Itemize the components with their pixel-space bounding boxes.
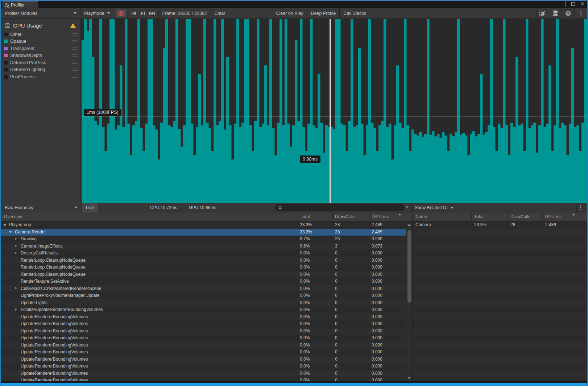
save-profile-button[interactable] (549, 8, 562, 19)
scroll-up-icon[interactable] (408, 224, 411, 226)
collapse-arrow-icon[interactable] (15, 308, 17, 311)
table-row[interactable]: RenderLoop.CleanupNodeQueue0.0%00.000 (1, 264, 406, 271)
search-clear-icon[interactable]: × (406, 204, 409, 209)
drag-handle-icon[interactable] (72, 76, 78, 78)
load-profile-button[interactable] (537, 8, 549, 19)
row-name: Camera (415, 221, 431, 229)
row-drawcalls: 0 (335, 285, 338, 292)
column-gpu-ms[interactable]: GPU ms (372, 214, 389, 219)
row-drawcalls: 0 (335, 349, 338, 356)
playmode-dropdown[interactable]: Playmode (80, 8, 114, 19)
gpu-usage-module-panel: GPU GPU Usage OtherOpaqueTransparentShad… (1, 19, 81, 203)
scrollbar-thumb[interactable] (407, 230, 411, 303)
drag-handle-icon[interactable] (72, 62, 78, 64)
collapse-arrow-icon[interactable] (15, 252, 17, 254)
collapse-arrow-icon[interactable] (15, 244, 17, 247)
expand-arrow-icon[interactable] (3, 224, 6, 226)
collapse-arrow-icon[interactable] (15, 287, 17, 290)
table-row[interactable]: LightProbeProxyVolumeManager.Update0.0%0… (1, 292, 406, 299)
table-row[interactable]: Camera.ImageEffects0.6%30.073 (1, 243, 406, 250)
table-row[interactable]: UpdateRendererBoundingVolumes0.0%00.000 (1, 314, 406, 321)
show-related-objects-dropdown[interactable]: Show Related Obje (413, 203, 455, 212)
table-row[interactable]: PlayerLoop23.3%282.489 (1, 221, 406, 229)
column-gpu-ms[interactable]: GPU ms (545, 214, 562, 219)
drag-handle-icon[interactable] (72, 33, 78, 36)
call-stacks-toggle[interactable]: Call Stacks (340, 8, 370, 19)
table-row[interactable]: Camera.Render23.3%282.489 (1, 229, 406, 236)
legend-item-other[interactable]: Other (1, 31, 80, 38)
column-name[interactable]: Name (415, 214, 427, 219)
current-frame-icon[interactable] (149, 11, 156, 16)
sort-descending-icon[interactable] (572, 214, 575, 216)
column-total[interactable]: Total (301, 214, 310, 219)
hierarchy-mode-dropdown[interactable]: Raw Hierarchy (1, 203, 82, 212)
search-field[interactable] (275, 204, 405, 211)
clear-button[interactable]: Clear (211, 8, 229, 19)
legend-item-transparent[interactable]: Transparent (1, 45, 80, 52)
module-header[interactable]: GPU GPU Usage (1, 19, 80, 31)
drag-handle-icon[interactable] (72, 47, 78, 50)
drag-handle-icon[interactable] (72, 69, 78, 71)
table-row[interactable]: UpdateRendererBoundingVolumes0.0%00.000 (1, 328, 406, 335)
legend-item-postprocess[interactable]: PostProcess (1, 73, 80, 80)
table-row[interactable]: UpdateRendererBoundingVolumes0.0%00.000 (1, 349, 406, 356)
column-overview[interactable]: Overview (4, 214, 22, 219)
hierarchy-table-body[interactable]: PlayerLoop23.3%282.489Camera.Render23.3%… (1, 221, 406, 381)
drag-handle-icon[interactable] (72, 40, 78, 42)
current-frame-line[interactable] (330, 19, 331, 203)
window-menu-icon[interactable] (565, 1, 566, 6)
table-row[interactable]: RenderTexture.SetActive0.0%00.000 (1, 278, 406, 285)
expand-arrow-icon[interactable] (9, 231, 12, 233)
drag-handle-icon[interactable] (72, 54, 78, 57)
row-drawcalls: 0 (335, 320, 338, 328)
legend-item-opaque[interactable]: Opaque (1, 38, 80, 45)
table-row[interactable]: UpdateRendererBoundingVolumes0.0%00.000 (1, 356, 406, 363)
table-row[interactable]: UpdateRendererBoundingVolumes0.0%00.000 (1, 377, 406, 381)
legend-label: Deferred PrePass (10, 60, 46, 65)
clear-on-play-toggle[interactable]: Clear on Play (272, 8, 307, 19)
vertical-scrollbar[interactable] (406, 221, 412, 381)
deep-profile-toggle[interactable]: Deep Profile (307, 8, 340, 19)
column-total[interactable]: Total (474, 214, 483, 219)
toolbar-menu-button[interactable] (575, 8, 587, 19)
row-name: RenderTexture.SetActive (21, 278, 69, 285)
scroll-down-icon[interactable] (408, 377, 411, 379)
table-row[interactable]: UpdateRendererBoundingVolumes0.0%00.000 (1, 320, 406, 328)
table-row[interactable]: UpdateRendererBoundingVolumes0.0%00.000 (1, 335, 406, 342)
table-row[interactable]: UpdateRendererBoundingVolumes0.0%00.000 (1, 342, 406, 349)
row-drawcalls: 0 (335, 370, 338, 377)
prev-frame-icon[interactable] (131, 11, 136, 16)
related-objects-body[interactable]: Camera23.3%282.489 (413, 221, 588, 381)
record-button[interactable] (116, 9, 126, 17)
legend-item-deferred-lighting[interactable]: Deferred Lighting (1, 66, 80, 74)
table-row[interactable]: UpdateRendererBoundingVolumes0.0%00.000 (1, 370, 406, 377)
table-row[interactable]: Update Lights0.0%00.000 (1, 299, 406, 307)
close-icon[interactable]: ✕ (580, 2, 585, 6)
empty-row (413, 236, 588, 243)
table-row[interactable]: RenderLoop.CleanupNodeQueue0.0%00.000 (1, 271, 406, 278)
sort-descending-icon[interactable] (398, 214, 401, 216)
help-button[interactable]: ? (562, 8, 574, 19)
empty-row (413, 342, 588, 349)
empty-row (413, 285, 588, 292)
window-resize-border[interactable] (1, 383, 587, 386)
table-row[interactable]: FinalizeUpdateRendererBoundingVolumes0.0… (1, 306, 406, 314)
next-frame-icon[interactable] (140, 11, 145, 16)
table-row[interactable]: Camera23.3%282.489 (413, 221, 588, 229)
collapse-arrow-icon[interactable] (15, 237, 17, 240)
table-row[interactable]: RenderLoop.CleanupNodeQueue0.0%00.000 (1, 257, 406, 264)
gpu-usage-chart[interactable]: 1ms (1000FPS) 0.88ms (81, 19, 588, 203)
table-row[interactable]: Drawing8.7%230.930 (1, 236, 406, 243)
live-toggle[interactable]: Live (82, 203, 98, 212)
row-gpu-ms: 2.489 (545, 221, 556, 229)
maximize-icon[interactable] (571, 2, 575, 6)
legend-item-shadows-depth[interactable]: Shadows/Depth (1, 52, 80, 59)
detail-pane-menu-icon[interactable] (580, 205, 581, 210)
table-row[interactable]: DestroyCullResults0.0%00.000 (1, 250, 406, 257)
column-drawcalls[interactable]: DrawCalls (335, 214, 355, 219)
profiler-modules-dropdown[interactable]: Profiler Modules (1, 8, 80, 19)
legend-item-deferred-prepass[interactable]: Deferred PrePass (1, 59, 80, 66)
column-drawcalls[interactable]: DrawCalls (510, 214, 530, 219)
table-row[interactable]: CullResults.CreateSharedRendererScene0.0… (1, 285, 406, 292)
table-row[interactable]: UpdateRendererBoundingVolumes0.0%00.000 (1, 363, 406, 370)
